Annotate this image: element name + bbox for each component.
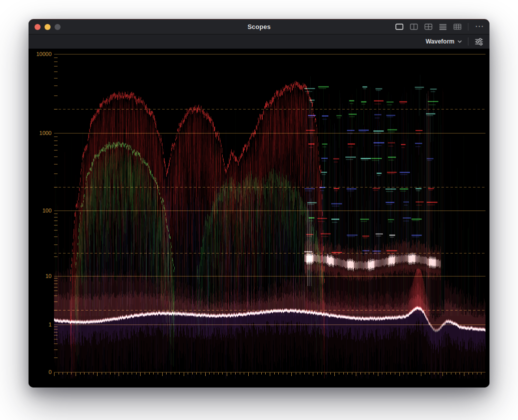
single-view-icon	[395, 24, 403, 30]
titlebar-actions: ⋯	[395, 22, 483, 32]
scope-toolbar: Waveform	[29, 34, 489, 49]
chevron-down-icon	[457, 40, 462, 43]
zoom-button[interactable]	[55, 24, 61, 30]
scope-mode-dropdown[interactable]: Waveform	[425, 38, 462, 45]
list-view-icon	[439, 24, 447, 30]
y-axis-label-10000: 10000	[29, 51, 52, 57]
y-axis-label-100: 100	[29, 208, 52, 214]
titlebar: Scopes	[29, 20, 489, 34]
layout-single-button[interactable]	[395, 24, 403, 30]
layout-dual-button[interactable]	[410, 24, 418, 30]
layout-grid-button[interactable]	[453, 24, 461, 30]
titlebar-separator	[468, 23, 468, 30]
dual-view-icon	[410, 24, 418, 30]
layout-list-button[interactable]	[439, 24, 447, 30]
scopes-window: Scopes	[29, 19, 489, 388]
more-options-button[interactable]: ⋯	[475, 22, 483, 32]
minimize-button[interactable]	[45, 24, 51, 30]
y-axis-label-1000: 1000	[29, 130, 52, 136]
scope-mode-label: Waveform	[425, 38, 454, 45]
window-controls	[35, 24, 61, 30]
y-axis-label-10: 10	[29, 273, 52, 279]
y-axis-label-1: 1	[29, 322, 52, 328]
waveform-display	[54, 54, 485, 378]
layout-quad-button[interactable]	[424, 24, 432, 30]
quad-view-icon	[424, 24, 432, 30]
toolbar-separator	[468, 38, 468, 46]
scope-display-area: 10000 1000 100 10 1 0	[29, 50, 489, 388]
scope-settings-button[interactable]	[474, 38, 483, 46]
grid-view-icon	[453, 24, 461, 30]
y-axis-label-0: 0	[29, 369, 52, 375]
close-button[interactable]	[35, 24, 41, 30]
sliders-icon	[474, 38, 483, 46]
